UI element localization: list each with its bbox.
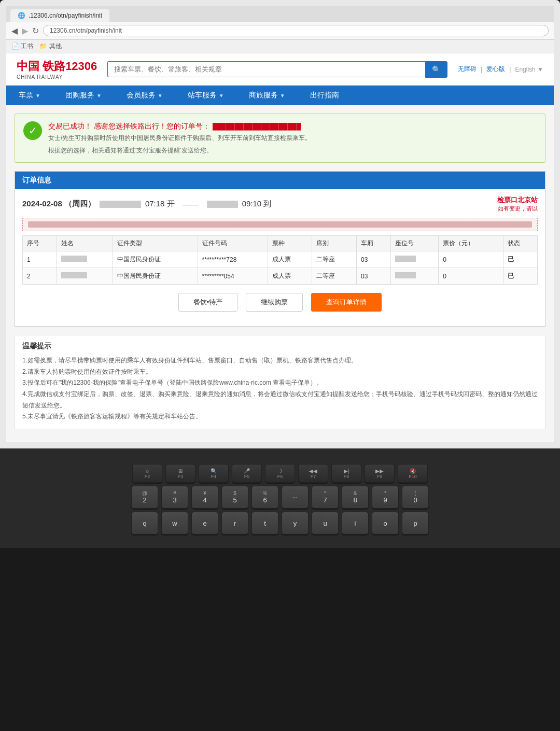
train-info-bar (22, 218, 538, 231)
nav-group-buy[interactable]: 团购服务 ▼ (53, 86, 114, 105)
key-f7[interactable]: ◀◀ F7 (298, 464, 328, 483)
key-r[interactable]: r (221, 512, 248, 535)
key-i[interactable]: i (342, 512, 369, 535)
bookmark-item-1[interactable]: 📄 工书 (11, 42, 33, 51)
accessibility-link[interactable]: 无障碍 (458, 65, 477, 74)
success-text: 交易已成功！ 感谢您选择铁路出行！您的订单号： ████████████████… (48, 121, 537, 155)
success-icon: ✓ (23, 121, 42, 140)
key-y[interactable]: y (282, 512, 309, 535)
cell-seat-class-2: 二等座 (312, 268, 357, 285)
key-5[interactable]: $ 5 (221, 486, 248, 509)
key-3[interactable]: # 3 (161, 486, 188, 509)
active-tab[interactable]: 🌐 .12306.cn/otn/payfinish/init (10, 9, 109, 22)
logo-english: CHINA RAILWAY (17, 74, 63, 80)
cell-status-1: 已 (503, 251, 537, 268)
col-ticket-type: 票种 (268, 236, 312, 251)
continue-button[interactable]: 继续购票 (246, 293, 303, 312)
key-dots[interactable]: ··· (282, 486, 309, 509)
key-e[interactable]: e (191, 512, 218, 535)
cell-id-number-1: **********728 (198, 251, 268, 268)
key-f9[interactable]: ▶▶ F9 (365, 464, 395, 483)
col-id-type: 证件类型 (113, 236, 198, 251)
cell-price-2: 0 (439, 268, 503, 285)
nav-business[interactable]: 商旅服务 ▼ (236, 86, 298, 105)
forward-button[interactable]: ▶ (22, 26, 28, 36)
table-body: 1 中国居民身份证 **********728 成人票 二等座 03 0 已 (23, 251, 538, 285)
search-input[interactable] (107, 61, 425, 77)
key-f4[interactable]: 🔍 F4 (199, 464, 229, 483)
key-f8[interactable]: ▶| F8 (331, 464, 361, 483)
key-f2[interactable]: ☼ F2 (132, 464, 162, 483)
key-f6[interactable]: ☽ F6 (265, 464, 295, 483)
key-7[interactable]: ^ 7 (312, 486, 339, 509)
nav-member-arrow: ▼ (158, 93, 163, 99)
nav-station-arrow: ▼ (219, 93, 224, 99)
cell-seat-1 (391, 251, 439, 268)
search-button[interactable]: 🔍 (425, 61, 447, 78)
key-w[interactable]: w (161, 512, 188, 535)
fn-key-row: ☼ F2 ⊞ F3 🔍 F4 🎤 F5 ☽ F6 ◀◀ F7 ▶| F8 ▶▶ (10, 464, 550, 483)
tab-url-display: .12306.cn/otn/payfinish/init (29, 12, 102, 19)
nav-guide[interactable]: 出行指南 (298, 86, 352, 105)
nav-group-arrow: ▼ (96, 93, 102, 99)
food-button[interactable]: 餐饮•特产 (178, 293, 238, 312)
key-f3[interactable]: ⊞ F3 (165, 464, 195, 483)
key-4[interactable]: ¥ 4 (191, 486, 218, 509)
browser-tabs: 🌐 .12306.cn/otn/payfinish/init (6, 6, 554, 22)
address-input[interactable]: 12306.cn/otn/payfinish/init (43, 25, 549, 36)
tip-3: 3.投保后可在"我的12306-我的保险"查看电子保单号（登陆中国铁路保险www… (22, 377, 538, 389)
address-text: 12306.cn/otn/payfinish/init (50, 27, 122, 34)
tickets-table: 序号 姓名 证件类型 证件号码 票种 席别 车厢 座位号 票价（元） 状态 (22, 235, 538, 285)
query-button[interactable]: 查询订单详情 (311, 293, 382, 312)
cell-seat-class-1: 二等座 (312, 251, 357, 268)
key-o[interactable]: o (372, 512, 399, 535)
order-section-header: 订单信息 (15, 172, 545, 189)
notification-note: 根据您的选择，相关通知将通过'支付宝服务提醒'发送给您。 (48, 146, 537, 155)
cell-status-2: 已 (503, 268, 537, 285)
success-banner: ✓ 交易已成功！ 感谢您选择铁路出行！您的订单号： ██████████████… (15, 114, 545, 163)
logo-main: 铁路12306 (43, 60, 97, 73)
header-links: 无障碍 | 爱心版 | English ▼ (458, 65, 543, 74)
nav-station[interactable]: 站车服务 ▼ (175, 86, 236, 105)
key-0[interactable]: ( 0 (402, 486, 429, 509)
logo-area: 中国 铁路12306 CHINA RAILWAY (17, 59, 97, 80)
arrive-time: 09:10 到 (242, 199, 272, 209)
nav-tickets[interactable]: 车票 ▼ (6, 86, 53, 105)
table-row: 2 中国居民身份证 *********054 成人票 二等座 03 0 已 (23, 268, 538, 285)
key-2[interactable]: @ 2 (131, 486, 158, 509)
search-area: 🔍 (107, 61, 447, 78)
key-u[interactable]: u (312, 512, 339, 535)
key-f10[interactable]: 🔇 F10 (398, 464, 428, 483)
key-t[interactable]: t (251, 512, 278, 535)
cell-id-number-2: *********054 (198, 268, 268, 285)
ticket-collect: 检票口北京站 (497, 195, 538, 205)
site-content: 中国 铁路12306 CHINA RAILWAY 🔍 无障碍 | 爱心版 | E… (6, 53, 554, 442)
tips-section: 温馨提示 1.如需换票，请尽早携带购票时使用的乘车人有效身份证件到车站、售票窗口… (15, 335, 545, 429)
tip-2: 2.请乘车人持购票时使用的有效证件按时乘车。 (22, 367, 538, 378)
depart-time: 07:18 开 (145, 199, 175, 209)
col-seat-class: 席别 (312, 236, 357, 251)
key-9[interactable]: * 9 (372, 486, 399, 509)
key-p[interactable]: p (402, 512, 429, 535)
main-navigation: 车票 ▼ 团购服务 ▼ 会员服务 ▼ 站车服务 ▼ 商旅服务 ▼ 出行指南 (6, 86, 554, 105)
site-logo: 中国 铁路12306 (17, 59, 97, 74)
col-seat: 座位号 (391, 236, 439, 251)
key-q[interactable]: q (131, 512, 158, 535)
love-version-link[interactable]: 爱心版 (486, 65, 505, 74)
key-f5[interactable]: 🎤 F5 (232, 464, 262, 483)
ticket-collect-sub: 如有变更，请以 (497, 205, 538, 213)
nav-member[interactable]: 会员服务 ▼ (114, 86, 175, 105)
trip-left: 2024-02-08 （周四） 07:18 开 —— 09:10 到 (22, 199, 271, 209)
refresh-button[interactable]: ↻ (32, 26, 39, 36)
cell-price-1: 0 (439, 251, 503, 268)
col-name: 姓名 (57, 236, 113, 251)
order-section: 订单信息 2024-02-08 （周四） 07:18 开 —— 09:10 到 (15, 171, 545, 327)
key-8[interactable]: & 8 (342, 486, 369, 509)
col-price: 票价（元） (439, 236, 503, 251)
back-button[interactable]: ◀ (11, 26, 18, 36)
bookmark-item-2[interactable]: 📁 其他 (39, 42, 61, 51)
language-switch[interactable]: English ▼ (515, 66, 543, 73)
key-6[interactable]: % 6 (251, 486, 278, 509)
logo-prefix: 中国 (17, 60, 39, 73)
train-number-blur (100, 201, 141, 208)
